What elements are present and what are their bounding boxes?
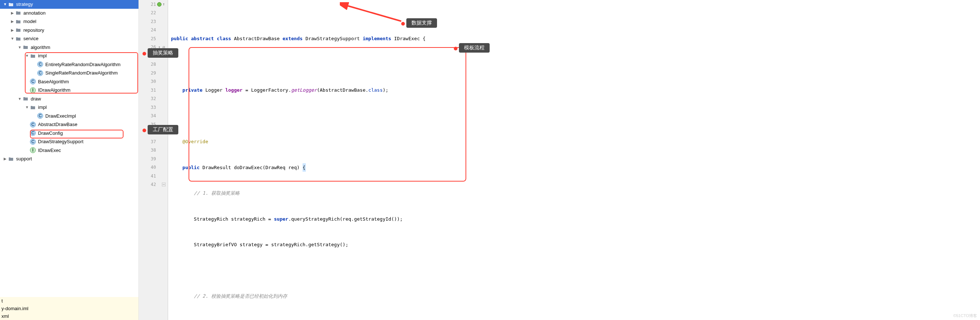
folder-icon: [23, 96, 29, 102]
gutter-line-25[interactable]: 25: [139, 34, 168, 43]
folder-icon: [15, 36, 21, 41]
callout-factory-config: 工厂配置: [148, 125, 178, 134]
code-editor[interactable]: public abstract class AbstractDrawBase e…: [168, 0, 980, 320]
gutter-line-42[interactable]: 42: [139, 180, 168, 189]
tree-label: impl: [38, 53, 47, 59]
bottom-file[interactable]: xml: [0, 312, 138, 320]
gutter-line-29[interactable]: 29: [139, 68, 168, 78]
tree-item-drawstrategysupport[interactable]: CDrawStrategySupport: [0, 137, 138, 146]
chevron-down-icon[interactable]: ▼: [2, 2, 8, 7]
tree-item-draw[interactable]: ▼draw: [0, 95, 138, 103]
tree-item-model[interactable]: ▶model: [0, 17, 138, 26]
bottom-files: t y-domain.iml xml: [0, 297, 138, 320]
code-line-22[interactable]: [171, 60, 980, 69]
code-line-30[interactable]: [171, 266, 980, 275]
tree-item-impl[interactable]: ▼impl: [0, 103, 138, 112]
chevron-down-icon[interactable]: ▼: [24, 105, 30, 110]
gutter-line-41[interactable]: 41: [139, 172, 168, 180]
gutter-line-31[interactable]: 31: [139, 86, 168, 95]
tree-label: DrawExecImpl: [45, 113, 76, 119]
code-line-25[interactable]: @Override: [171, 137, 980, 146]
code-line-24[interactable]: [171, 112, 980, 121]
tree-item-drawexecimpl[interactable]: CDrawExecImpl: [0, 112, 138, 121]
project-tree[interactable]: ▼strategy▶annotation▶model▶repository▼se…: [0, 0, 139, 320]
chevron-right-icon[interactable]: ▶: [10, 19, 15, 24]
tree-item-impl[interactable]: ▼impl: [0, 51, 138, 60]
gutter-line-38[interactable]: 38: [139, 146, 168, 155]
gutter-line-39[interactable]: 39: [139, 154, 168, 163]
folder-icon: [15, 10, 21, 16]
class-icon: C: [30, 130, 36, 136]
callout-dot: [143, 52, 146, 56]
gutter-line-37[interactable]: 37: [139, 137, 168, 146]
gutter-line-28[interactable]: 28: [139, 60, 168, 69]
folder-icon: [8, 156, 14, 162]
gutter-line-32[interactable]: 32: [139, 95, 168, 103]
chevron-down-icon[interactable]: ▼: [24, 53, 30, 59]
tree-item-idrawexec[interactable]: IIDrawExec: [0, 146, 138, 155]
code-line-21[interactable]: public abstract class AbstractDrawBase e…: [171, 34, 980, 43]
chevron-right-icon[interactable]: ▶: [2, 156, 8, 162]
class-icon: C: [37, 113, 43, 119]
tree-label: AbstractDrawBase: [38, 122, 78, 127]
gutter-line-34[interactable]: 34: [139, 112, 168, 121]
tree-item-drawconfig[interactable]: CDrawConfig: [0, 129, 138, 138]
chevron-down-icon[interactable]: ▼: [17, 96, 23, 102]
bottom-file[interactable]: y-domain.iml: [0, 305, 138, 312]
tree-item-annotation[interactable]: ▶annotation: [0, 9, 138, 18]
tree-item-abstractdrawbase[interactable]: CAbstractDrawBase: [0, 120, 138, 129]
gutter-line-24[interactable]: 24: [139, 26, 168, 35]
tree-label: repository: [23, 27, 44, 33]
callout-template-flow: 模板流程: [459, 43, 490, 53]
tree-item-repository[interactable]: ▶repository: [0, 26, 138, 35]
callout-dot: [143, 129, 146, 132]
tree-label: service: [23, 36, 38, 41]
tree-item-basealgorithm[interactable]: CBaseAlgorithm: [0, 78, 138, 86]
code-line-26[interactable]: public DrawResult doDrawExec(DrawReq req…: [171, 163, 980, 172]
arrow-spacer: [24, 147, 30, 153]
chevron-right-icon[interactable]: ▶: [10, 27, 15, 33]
arrow-spacer: [24, 87, 30, 93]
tree-item-service[interactable]: ▼service: [0, 34, 138, 43]
code-line-28[interactable]: StrategyRich strategyRich = super.queryS…: [171, 215, 980, 224]
gutter-line-23[interactable]: 23: [139, 17, 168, 26]
tree-item-entiretyraterandomdrawalgorithm[interactable]: CEntiretyRateRandomDrawAlgorithm: [0, 60, 138, 69]
tree-item-strategy[interactable]: ▼strategy: [0, 0, 138, 9]
interface-icon: I: [30, 87, 36, 93]
class-icon: C: [37, 70, 43, 76]
arrow-spacer: [32, 61, 37, 67]
tree-item-support[interactable]: ▶support: [0, 154, 138, 163]
code-line-27[interactable]: // 1. 获取抽奖策略: [171, 189, 980, 197]
tree-item-idrawalgorithm[interactable]: IIDrawAlgorithm: [0, 86, 138, 95]
tree-item-singleraterandomdrawalgorithm[interactable]: CSingleRateRandomDrawAlgorithm: [0, 68, 138, 78]
gutter-line-30[interactable]: 30: [139, 78, 168, 86]
code-line-32[interactable]: this.checkAndInitRateData(req.getStrateg…: [171, 318, 980, 320]
tree-label: BaseAlgorithm: [38, 79, 69, 84]
tree-label: model: [23, 19, 36, 24]
gutter-line-22[interactable]: 22: [139, 9, 168, 18]
arrow-spacer: [24, 130, 30, 136]
override-gutter-icon[interactable]: [161, 2, 166, 7]
folder-icon: [8, 2, 14, 7]
callout-data-support: 数据支撑: [406, 18, 437, 28]
tree-label: strategy: [16, 2, 33, 7]
bottom-file[interactable]: t: [0, 297, 138, 305]
tree-label: annotation: [23, 10, 46, 16]
tree-item-algorithm[interactable]: ▼algorithm: [0, 43, 138, 52]
gutter-line-40[interactable]: 40: [139, 163, 168, 172]
tree-label: DrawStrategySupport: [38, 139, 83, 144]
tree-label: support: [16, 156, 32, 161]
tree-label: IDrawAlgorithm: [38, 87, 70, 93]
gutter-line-33[interactable]: 33: [139, 103, 168, 112]
code-line-29[interactable]: StrategyBriefVO strategy = strategyRich.…: [171, 240, 980, 249]
gutter-line-21[interactable]: 21: [139, 0, 168, 9]
code-line-23[interactable]: private Logger logger = LoggerFactory.ge…: [171, 86, 980, 95]
chevron-right-icon[interactable]: ▶: [10, 10, 15, 16]
chevron-down-icon[interactable]: ▼: [10, 36, 15, 41]
arrow-spacer: [32, 70, 37, 76]
fold-gutter-icon[interactable]: [161, 182, 166, 187]
tree-label: algorithm: [31, 45, 50, 50]
callout-lottery-strategy: 抽奖策略: [148, 48, 178, 58]
chevron-down-icon[interactable]: ▼: [17, 44, 23, 50]
code-line-31[interactable]: // 2. 校验抽奖策略是否已经初始化到内存: [171, 292, 980, 301]
